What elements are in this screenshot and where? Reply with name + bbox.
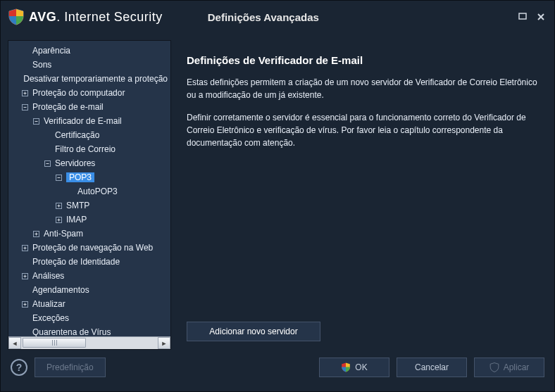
tree-item[interactable]: Atualizar (8, 297, 170, 311)
settings-tree[interactable]: AparênciaSonsDesativar temporariamente a… (8, 41, 170, 336)
tree-item-label: Proteção do computador (32, 88, 125, 98)
tree-item[interactable]: AutoPOP3 (8, 184, 170, 198)
expander-placeholder (65, 186, 75, 196)
avg-shield-icon (8, 8, 25, 25)
expander-placeholder (20, 327, 30, 336)
expand-icon[interactable] (20, 271, 30, 281)
footer-bar: ? Predefinição OK Cancelar Aplicar (1, 350, 554, 385)
main-panel: Definições de Verificador de E-mail Esta… (177, 40, 547, 350)
tree-item-label: Atualizar (32, 299, 66, 309)
tree-item[interactable]: Certificação (8, 128, 170, 142)
collapse-icon[interactable] (31, 116, 41, 126)
tree-item[interactable]: Quarentena de Vírus (8, 325, 170, 336)
expand-icon[interactable] (20, 299, 30, 309)
ok-shield-icon (341, 362, 351, 372)
expand-icon[interactable] (20, 243, 30, 253)
tree-item[interactable]: Agendamentos (8, 283, 170, 297)
tree-item[interactable]: Desativar temporariamente a proteção (8, 72, 170, 86)
minimize-button[interactable] (516, 11, 529, 23)
expand-icon[interactable] (20, 88, 30, 98)
tree-item-label: Agendamentos (32, 285, 89, 295)
tree-item-label: Exceções (32, 313, 69, 323)
cancel-label: Cancelar (415, 362, 449, 372)
expander-placeholder (20, 46, 30, 56)
collapse-icon[interactable] (42, 158, 52, 168)
scroll-track[interactable] (21, 337, 158, 349)
tree-item[interactable]: IMAP (8, 213, 170, 227)
tree-item[interactable]: Servidores (8, 156, 170, 170)
expand-icon[interactable] (54, 201, 63, 210)
tree-item-label: Filtro de Correio (55, 144, 116, 154)
titlebar: AVG. Internet Security Definições Avança… (1, 1, 554, 33)
tree-item-label: Anti-Spam (44, 229, 83, 239)
horizontal-scrollbar[interactable]: ◄ ► (8, 336, 170, 349)
content-area: AparênciaSonsDesativar temporariamente a… (1, 33, 554, 350)
preset-button[interactable]: Predefinição (35, 358, 106, 377)
tree-item[interactable]: SMTP (8, 198, 170, 213)
tree-item-label: Servidores (55, 158, 95, 168)
close-button[interactable] (535, 11, 547, 23)
expander-placeholder (20, 313, 30, 323)
tree-item[interactable]: Aparência (8, 44, 170, 58)
expander-placeholder (42, 144, 52, 154)
scroll-thumb[interactable] (23, 338, 86, 348)
expand-icon[interactable] (31, 229, 41, 239)
expander-placeholder (42, 130, 52, 140)
apply-label: Aplicar (504, 362, 530, 372)
tree-item-label: Desativar temporariamente a proteção (23, 74, 168, 84)
app-logo: AVG. Internet Security (8, 8, 163, 25)
panel-paragraph-2: Definir corretamente o servidor é essenc… (187, 111, 537, 149)
tree-item[interactable]: Proteção do computador (8, 86, 170, 100)
svg-rect-0 (519, 13, 526, 19)
expander-placeholder (20, 60, 30, 70)
expander-placeholder (20, 285, 30, 295)
tree-item-label: Certificação (55, 130, 99, 140)
tree-item[interactable]: Anti-Spam (8, 227, 170, 241)
panel-heading: Definições de Verificador de E-mail (187, 54, 537, 66)
tree-item-label: SMTP (66, 201, 89, 210)
ok-button[interactable]: OK (319, 358, 389, 377)
add-server-button[interactable]: Adicionar novo servidor (187, 322, 320, 341)
expand-icon[interactable] (54, 215, 63, 225)
preset-label: Predefinição (46, 362, 94, 372)
tree-item-label: IMAP (66, 215, 87, 225)
window-subtitle: Definições Avançadas (208, 11, 319, 23)
ok-label: OK (355, 362, 367, 372)
tree-item[interactable]: POP3 (8, 170, 170, 184)
apply-shield-icon (489, 362, 499, 372)
brand-text: AVG. Internet Security (29, 10, 163, 25)
tree-item-label: Proteção de Identidade (32, 257, 120, 267)
add-server-label: Adicionar novo servidor (209, 327, 297, 336)
window-controls (516, 11, 547, 23)
scroll-left-button[interactable]: ◄ (8, 337, 21, 349)
tree-item[interactable]: Proteção de e-mail (8, 100, 170, 114)
tree-item-label: Sons (32, 60, 51, 70)
expander-placeholder (20, 257, 30, 267)
tree-item[interactable]: Sons (8, 58, 170, 72)
tree-item-label: Proteção de navegação na Web (32, 243, 153, 253)
panel-paragraph-1: Estas definições permitem a criação de u… (187, 76, 537, 101)
collapse-icon[interactable] (54, 172, 63, 182)
tree-item-label: POP3 (66, 172, 94, 182)
tree-item[interactable]: Proteção de Identidade (8, 255, 170, 269)
tree-item[interactable]: Verificador de E-mail (8, 114, 170, 128)
tree-item-label: Quarentena de Vírus (32, 327, 111, 336)
apply-button[interactable]: Aplicar (474, 358, 544, 377)
tree-item[interactable]: Proteção de navegação na Web (8, 241, 170, 255)
expander-placeholder (20, 74, 20, 84)
tree-item-label: Verificador de E-mail (44, 116, 122, 126)
scroll-right-button[interactable]: ► (158, 337, 170, 349)
tree-item[interactable]: Análises (8, 269, 170, 283)
settings-tree-panel: AparênciaSonsDesativar temporariamente a… (8, 40, 171, 350)
cancel-button[interactable]: Cancelar (397, 358, 467, 377)
tree-item[interactable]: Filtro de Correio (8, 142, 170, 156)
help-button[interactable]: ? (11, 359, 27, 376)
tree-item[interactable]: Exceções (8, 311, 170, 325)
tree-item-label: Aparência (32, 46, 70, 56)
tree-item-label: Análises (32, 271, 64, 281)
collapse-icon[interactable] (20, 102, 30, 112)
tree-item-label: Proteção de e-mail (32, 102, 104, 112)
tree-item-label: AutoPOP3 (77, 186, 118, 196)
